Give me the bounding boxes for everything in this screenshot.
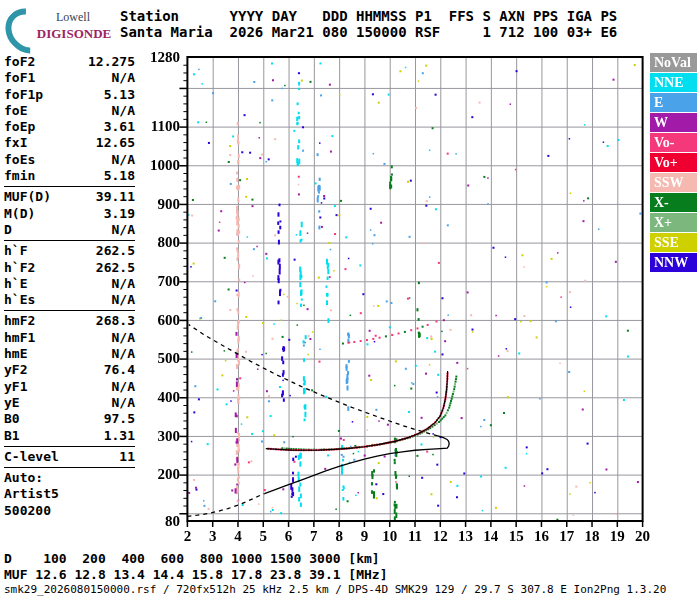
param-row: h`F2262.5 [4,260,135,276]
header-station-values: Santa Maria 2026 Mar21 080 150000 RSF 1 … [120,24,617,40]
param-label: h`F2 [4,260,35,276]
legend-item-nne: NNE [650,73,697,92]
param-value: 262.5 [96,243,135,259]
param-row: hmEN/A [4,346,135,362]
param-divider [4,446,135,447]
param-value: 262.5 [96,260,135,276]
param-value: N/A [112,70,135,86]
param-value: N/A [112,276,135,292]
logo-digisonde-text: DIGISONDE [28,26,120,42]
param-value: 11 [119,449,135,465]
ionogram-plot [140,48,652,548]
param-row: foF212.275 [4,54,135,70]
param-row: foF1p5.13 [4,87,135,103]
param-label: fxI [4,135,27,151]
param-value: N/A [112,379,135,395]
param-value: 12.275 [88,54,135,70]
param-value: 3.19 [104,206,135,222]
param-row: B11.31 [4,428,135,444]
param-row: hmF2268.3 [4,313,135,329]
autoscaling-info-line: Artist5 [4,486,135,502]
digisonde-ionogram: { "logo": {"top": "Lowell", "bottom": "D… [0,0,700,600]
param-row: foF1N/A [4,70,135,86]
param-value: N/A [112,395,135,411]
param-label: h`Es [4,292,35,308]
param-label: B1 [4,428,20,444]
param-row: fxI12.65 [4,135,135,151]
param-label: B0 [4,411,20,427]
param-value: 12.65 [96,135,135,151]
param-label: foF1 [4,70,35,86]
param-row: h`EsN/A [4,292,135,308]
param-value: N/A [112,152,135,168]
echo-status-legend: NoValNNEEWVo-Vo+SSWX-X+SSENNW [650,53,697,273]
autoscaling-info-line: 500200 [4,503,135,519]
param-label: D [4,222,12,238]
param-row: h`F262.5 [4,243,135,259]
param-label: hmE [4,346,27,362]
param-row: MUF(D)39.11 [4,189,135,205]
param-value: 268.3 [96,313,135,329]
param-row: foEN/A [4,103,135,119]
param-label: foF2 [4,54,35,70]
param-row: foEp3.61 [4,119,135,135]
param-label: hmF1 [4,330,35,346]
param-label: M(D) [4,206,35,222]
legend-item-x: X- [650,193,697,212]
param-value: 1.31 [104,428,135,444]
param-label: yF2 [4,362,27,378]
param-value: N/A [112,330,135,346]
param-divider [4,467,135,468]
legend-item-sse: SSE [650,233,697,252]
header-column-titles: Station YYYY DAY DDD HHMMSS P1 FFS S AXN… [120,8,617,24]
muf-row: MUF 12.6 12.8 13.4 14.4 15.8 17.8 23.8 3… [4,567,388,583]
legend-item-nnw: NNW [650,253,697,272]
param-label: h`E [4,276,27,292]
param-label: C-level [4,449,59,465]
param-value: N/A [112,292,135,308]
param-label: h`F [4,243,27,259]
legend-item-vo: Vo+ [650,153,697,172]
param-value: 97.5 [104,411,135,427]
param-row: M(D)3.19 [4,206,135,222]
param-row: h`EN/A [4,276,135,292]
param-row: yF1N/A [4,379,135,395]
param-divider [4,186,135,187]
legend-item-w: W [650,113,697,132]
param-value: 39.11 [96,189,135,205]
param-label: hmF2 [4,313,35,329]
param-divider [4,240,135,241]
param-label: foF1p [4,87,43,103]
param-value: 5.13 [104,87,135,103]
station-header: Station YYYY DAY DDD HHMMSS P1 FFS S AXN… [120,8,617,40]
param-value: N/A [112,222,135,238]
param-label: foEp [4,119,35,135]
param-row: yEN/A [4,395,135,411]
param-label: yF1 [4,379,27,395]
legend-item-noval: NoVal [650,53,697,72]
autoscaling-info-line: Auto: [4,470,135,486]
legend-item-vo: Vo- [650,133,697,152]
param-value: N/A [112,103,135,119]
param-value: 76.4 [104,362,135,378]
param-label: yE [4,395,20,411]
param-row: DN/A [4,222,135,238]
param-row: foEsN/A [4,152,135,168]
param-row: yF276.4 [4,362,135,378]
param-row: hmF1N/A [4,330,135,346]
legend-item-e: E [650,93,697,112]
file-info-line: smk29_2026080150000.rsf / 720fx512h 25 k… [4,583,666,596]
param-label: MUF(D) [4,189,51,205]
app-logo: Lowell DIGISONDE [6,4,116,50]
param-value: 5.18 [104,168,135,184]
param-row: C-level11 [4,449,135,465]
param-row: B097.5 [4,411,135,427]
param-label: foE [4,103,27,119]
param-label: fmin [4,168,35,184]
param-divider [4,310,135,311]
param-label: foEs [4,152,35,168]
legend-item-ssw: SSW [650,173,697,192]
legend-item-x: X+ [650,213,697,232]
scaled-parameters-panel: foF212.275foF1N/AfoF1p5.13foEN/AfoEp3.61… [4,54,135,519]
distance-muf-table: D 100 200 400 600 800 1000 1500 3000 [km… [4,551,388,582]
